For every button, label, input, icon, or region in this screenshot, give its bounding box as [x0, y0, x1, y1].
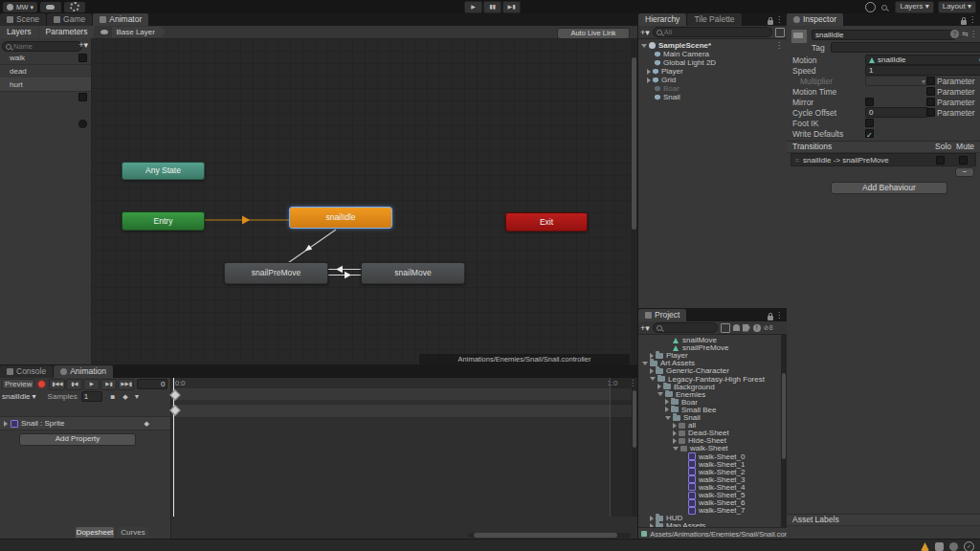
state-machine-graph[interactable]: Any State Entry snailIdle Exit snailPreM… [91, 38, 637, 364]
tab-animator[interactable]: Animator [93, 13, 148, 26]
console-message-icon[interactable] [935, 542, 944, 551]
component-menu-icon[interactable]: ⋮ [969, 30, 977, 38]
record-button[interactable] [37, 380, 46, 388]
panel-menu-icon[interactable]: ⋮ [969, 15, 976, 24]
drag-handle-icon[interactable]: = [795, 157, 799, 164]
disclosure-icon[interactable] [4, 421, 8, 427]
state-any-state[interactable]: Any State [122, 162, 205, 180]
hierarchy-row[interactable]: Snail [638, 93, 785, 101]
dopesheet-button[interactable]: Dopesheet [76, 527, 114, 538]
preview-toggle[interactable]: Preview [2, 379, 34, 389]
hierarchy-row-scene[interactable]: SampleScene* ⋮ [638, 41, 785, 50]
speed-field[interactable]: 1 [865, 65, 980, 76]
multiplier-parameter-checkbox[interactable] [926, 77, 935, 85]
create-object-button[interactable]: +▾ [640, 28, 650, 37]
parameter-dead-checkbox[interactable] [78, 93, 87, 101]
account-button[interactable]: MW ▾ [3, 2, 37, 12]
tag-field[interactable] [831, 42, 980, 53]
state-snailpremove[interactable]: snailPreMove [224, 262, 328, 284]
graph-scrollbar[interactable] [631, 38, 637, 364]
mirror-parameter-checkbox[interactable] [926, 98, 935, 106]
search-icon[interactable] [881, 5, 887, 11]
cache-server-icon[interactable] [949, 542, 958, 551]
add-keyframe-icon[interactable]: ◆ [108, 392, 117, 401]
add-behaviour-button[interactable]: Add Behaviour [831, 182, 947, 194]
hierarchy-row[interactable]: Player [638, 67, 785, 76]
transition-row[interactable]: = snailIdle -> snailPreMove [791, 153, 976, 166]
timeline-hscrollbar[interactable] [468, 533, 631, 538]
scrollbar-thumb[interactable] [633, 390, 636, 448]
collapse-icon[interactable] [665, 416, 671, 420]
settings-button[interactable] [64, 2, 85, 12]
state-exit[interactable]: Exit [505, 212, 588, 231]
tab-game[interactable]: Game [47, 13, 92, 26]
expand-icon[interactable] [647, 69, 651, 75]
expand-icon[interactable] [665, 407, 669, 412]
pause-button[interactable]: ▮▮ [483, 1, 501, 13]
tab-tile-palette[interactable]: Tile Palette [687, 13, 741, 26]
tab-hierarchy[interactable]: Hierarchy [638, 13, 686, 26]
state-snailmove[interactable]: snailMove [361, 262, 465, 284]
hierarchy-row[interactable]: Grid [638, 76, 785, 84]
previous-key-button[interactable]: ▮◀ [66, 379, 82, 390]
animator-layers-tab[interactable]: Layers [0, 26, 38, 38]
state-name-field[interactable]: snailIdle [812, 30, 955, 40]
hierarchy-row-disabled[interactable]: Boar [638, 84, 785, 93]
tab-inspector[interactable]: Inspector [787, 13, 843, 26]
motion-time-parameter-checkbox[interactable] [926, 87, 935, 96]
cloud-button[interactable] [40, 2, 61, 12]
dopesheet-area[interactable]: 0:0 1:0 ⋮ [171, 378, 637, 540]
parameter-row[interactable]: hurt [0, 77, 91, 92]
collapse-icon[interactable] [657, 392, 663, 396]
scene-picker-icon[interactable] [775, 28, 785, 37]
panel-menu-icon[interactable]: ⋮ [775, 311, 783, 320]
expand-icon[interactable] [673, 423, 677, 429]
hidden-count-badge[interactable]: ⊘8 [764, 324, 773, 332]
tab-console[interactable]: Console [0, 365, 53, 378]
progress-ok-icon[interactable]: ✓ [964, 541, 974, 551]
asset-labels-header[interactable]: Asset Labels [787, 514, 980, 526]
lock-icon[interactable] [961, 17, 967, 27]
collapse-icon[interactable] [650, 377, 656, 381]
tab-scene[interactable]: Scene [0, 13, 46, 26]
clip-dropdown[interactable]: snailIdle ▾ [2, 392, 36, 401]
tab-animation[interactable]: Animation [54, 365, 113, 378]
last-frame-button[interactable]: ▶▶▮ [118, 379, 134, 390]
eye-icon[interactable] [100, 30, 108, 34]
activity-icon[interactable] [921, 542, 929, 551]
samples-field[interactable]: 1 [81, 391, 102, 402]
layers-dropdown[interactable]: Layers ▾ [895, 1, 933, 13]
play-button[interactable]: ▶ [464, 1, 482, 13]
play-animation-button[interactable]: ▶ [83, 379, 100, 390]
property-row[interactable]: Snail : Sprite ◆ [0, 416, 170, 430]
cycle-offset-field[interactable]: 0 [865, 107, 928, 118]
add-keyframe-button[interactable]: ◆ [122, 393, 127, 401]
hierarchy-search-input[interactable]: All [653, 27, 772, 37]
add-event-button[interactable]: ▼ [134, 393, 141, 400]
scrollbar-thumb[interactable] [782, 373, 786, 459]
create-asset-button[interactable]: +▾ [640, 323, 650, 333]
layout-dropdown[interactable]: Layout ▾ [938, 1, 976, 13]
mute-checkbox[interactable] [959, 156, 968, 165]
collapse-icon[interactable] [673, 447, 679, 451]
frame-field[interactable]: 0 [137, 379, 167, 389]
parameter-row[interactable]: dead [0, 64, 91, 78]
expand-icon[interactable] [673, 438, 677, 444]
search-by-label-icon[interactable] [733, 324, 740, 331]
expand-icon[interactable] [650, 353, 654, 359]
expand-icon[interactable] [665, 399, 669, 405]
mirror-checkbox[interactable] [865, 98, 874, 106]
add-property-button[interactable]: Add Property [19, 433, 136, 446]
project-search-input[interactable] [653, 322, 718, 333]
cycle-offset-parameter-checkbox[interactable] [926, 108, 935, 117]
parameter-walk-checkbox[interactable] [78, 54, 87, 62]
base-layer-breadcrumb[interactable]: Base Layer [112, 27, 164, 37]
expand-icon[interactable] [650, 516, 654, 521]
parameter-row[interactable]: walk [0, 51, 91, 65]
label-icon[interactable] [743, 324, 750, 332]
foot-ik-checkbox[interactable] [865, 119, 874, 127]
tab-project[interactable]: Project [638, 309, 686, 321]
state-snailidle[interactable]: snailIdle [289, 207, 392, 229]
help-icon[interactable]: ? [950, 30, 959, 38]
curves-button[interactable]: Curves [118, 527, 148, 538]
